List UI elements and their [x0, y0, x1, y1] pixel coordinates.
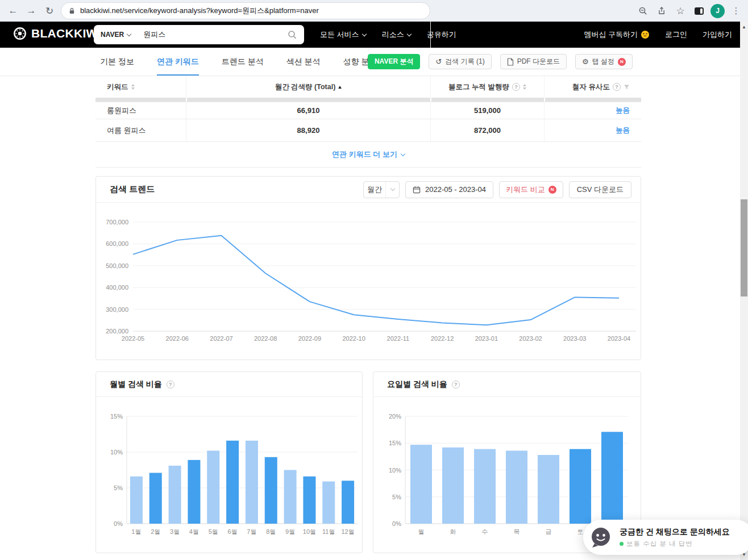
svg-text:15%: 15%: [389, 440, 401, 446]
bookmark-star-icon[interactable]: ☆: [673, 3, 688, 18]
kiwi-logo-icon: [13, 26, 27, 41]
monthly-ratio-title: 월별 검색 비율: [110, 379, 162, 390]
help-icon[interactable]: ?: [452, 381, 460, 388]
svg-text:500,000: 500,000: [106, 262, 128, 269]
share-icon[interactable]: [654, 3, 669, 18]
scroll-up-icon[interactable]: ▲: [740, 24, 748, 30]
svg-text:5월: 5월: [209, 528, 218, 535]
page-scrollbar[interactable]: ▲ ▼: [740, 22, 748, 560]
date-range-button[interactable]: 2022-05 - 2023-04: [405, 181, 493, 198]
tab-settings-button[interactable]: ⚙ 탭 설정 N: [575, 54, 633, 69]
tab-section-analysis[interactable]: 섹션 분석: [286, 48, 321, 76]
monthly-search-cell: 66,910: [186, 102, 431, 119]
chevron-down-icon: [401, 151, 405, 156]
csv-download-button[interactable]: CSV 다운로드: [569, 181, 631, 198]
zoom-out-icon[interactable]: [635, 3, 650, 18]
svg-text:11월: 11월: [322, 528, 335, 535]
column-monthly-search[interactable]: 월간 검색량 (Total): [186, 76, 431, 98]
help-icon[interactable]: ?: [167, 381, 174, 388]
svg-text:금: 금: [546, 528, 552, 535]
svg-text:화: 화: [450, 528, 456, 535]
tab-related-keywords[interactable]: 연관 키워드: [157, 48, 199, 76]
svg-text:8월: 8월: [266, 528, 276, 535]
column-blog-posts[interactable]: 블로그 누적 발행량 ?: [431, 76, 545, 98]
chevron-down-icon: [390, 186, 394, 191]
nav-all-services[interactable]: 모든 서비스: [320, 30, 366, 40]
svg-text:7월: 7월: [247, 528, 256, 535]
naver-analysis-button[interactable]: NAVER 분석: [368, 54, 420, 69]
platform-select[interactable]: NAVER: [101, 31, 131, 39]
menu-kebab-icon[interactable]: ⋮: [729, 3, 743, 18]
monthly-ratio-chart: 15%10%5%0%1월2월3월4월5월6월7월8월9월10월11월12월: [96, 400, 363, 548]
forward-icon[interactable]: →: [23, 0, 40, 22]
table-row[interactable]: 여름 원피스 88,920 872,000 높음: [95, 119, 641, 141]
table-row[interactable]: 롱원피스 66,910 519,000 높음: [95, 102, 641, 119]
svg-text:5%: 5%: [114, 484, 123, 491]
keyword-search-bar[interactable]: NAVER 원피스: [94, 25, 304, 44]
sort-icon: [523, 84, 526, 90]
chat-subtitle: 보통 수십 분 내 답변: [620, 540, 730, 548]
chat-widget[interactable]: 궁금한 건 채팅으로 문의하세요 보통 수십 분 내 답변: [583, 520, 748, 555]
tab-trend-analysis[interactable]: 트렌드 분석: [222, 48, 264, 76]
svg-text:0%: 0%: [392, 520, 401, 527]
svg-text:2022-10: 2022-10: [342, 335, 365, 342]
chevron-down-icon: [127, 31, 131, 36]
weekday-ratio-title: 요일별 검색 비율: [387, 379, 447, 390]
table-footer: 연관 키워드 더 보기: [95, 141, 641, 168]
filter-icon[interactable]: [624, 84, 630, 90]
blackkiwi-logo[interactable]: BLACKKIWI: [13, 26, 101, 41]
svg-text:700,000: 700,000: [106, 219, 128, 225]
pdf-download-button[interactable]: PDF 다운로드: [500, 54, 567, 69]
svg-text:400,000: 400,000: [106, 284, 128, 291]
back-icon[interactable]: ←: [5, 0, 22, 22]
column-keyword[interactable]: 키워드: [95, 76, 186, 98]
profile-avatar[interactable]: J: [710, 4, 725, 18]
browser-toolbar: ← → ↻ blackkiwi.net/service/keyword-anal…: [0, 0, 748, 22]
star-struck-emoji: [641, 30, 650, 39]
login-link[interactable]: 로그인: [665, 30, 687, 40]
nav-resources[interactable]: 리소스: [382, 30, 411, 40]
new-badge: N: [548, 186, 556, 194]
keyword-compare-button[interactable]: 키워드 비교 N: [499, 181, 563, 198]
side-panel-icon[interactable]: [692, 3, 707, 18]
svg-text:2023-04: 2023-04: [608, 335, 630, 342]
more-keywords-link[interactable]: 연관 키워드 더 보기: [332, 149, 405, 160]
membership-link[interactable]: 멤버십 구독하기: [584, 30, 650, 40]
column-spelling-similarity[interactable]: 철자 유사도 ?: [545, 76, 641, 98]
svg-text:2023-03: 2023-03: [563, 335, 586, 342]
svg-text:0%: 0%: [114, 520, 123, 527]
url-text: blackkiwi.net/service/keyword-analysis?k…: [80, 6, 319, 16]
online-dot: [620, 542, 624, 546]
svg-text:월: 월: [418, 528, 425, 535]
tab-basic-info[interactable]: 기본 정보: [100, 48, 134, 76]
svg-text:2022-12: 2022-12: [431, 335, 454, 342]
signup-link[interactable]: 가입하기: [703, 30, 732, 40]
address-bar[interactable]: blackkiwi.net/service/keyword-analysis?k…: [61, 2, 430, 19]
svg-text:목: 목: [514, 528, 520, 535]
related-keywords-table: 키워드 월간 검색량 (Total) 블로그 누적 발행량 ? 철자 유사도 ?…: [95, 76, 641, 168]
pdf-file-icon: [507, 58, 514, 66]
search-input[interactable]: 원피스: [143, 30, 288, 40]
scrollbar-thumb[interactable]: [741, 199, 747, 296]
svg-text:2022-09: 2022-09: [298, 335, 321, 342]
reload-icon[interactable]: ↻: [41, 0, 58, 22]
similarity-link[interactable]: 높음: [616, 106, 630, 115]
svg-text:300,000: 300,000: [106, 306, 128, 313]
svg-text:10월: 10월: [303, 528, 316, 535]
lock-icon: [68, 7, 76, 15]
calendar-icon: [413, 186, 421, 194]
search-icon[interactable]: [288, 30, 297, 40]
svg-text:15%: 15%: [110, 413, 123, 420]
search-history-button[interactable]: ↺ 검색 기록 (1): [429, 54, 491, 69]
svg-text:2023-01: 2023-01: [475, 335, 498, 342]
period-select[interactable]: 월간: [363, 181, 400, 198]
help-icon[interactable]: ?: [613, 83, 621, 91]
help-icon[interactable]: ?: [512, 83, 520, 91]
keyword-cell: 여름 원피스: [95, 119, 186, 141]
nav-share[interactable]: 공유하기: [427, 30, 456, 40]
viewport-seam: [430, 22, 431, 48]
svg-text:4월: 4월: [189, 528, 199, 535]
site-header: BLACKKIWI NAVER 원피스 모든 서비스 리소스 공유하기 멤버십 …: [0, 22, 748, 48]
svg-text:3월: 3월: [170, 528, 180, 535]
similarity-link[interactable]: 높음: [616, 126, 630, 135]
